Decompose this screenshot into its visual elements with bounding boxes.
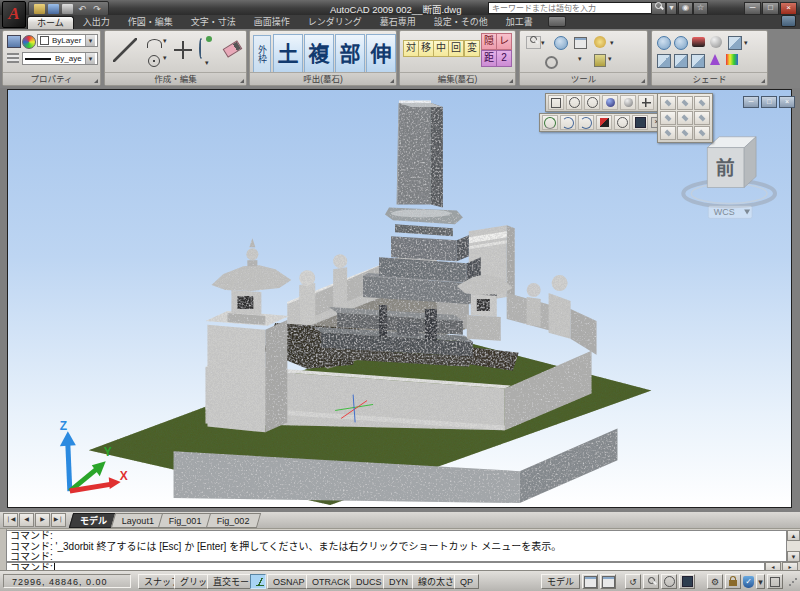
tray-dropdown-icon[interactable]: ▾ [756,574,765,589]
qp-toggle[interactable]: QP [454,574,479,589]
materials-palette-icon[interactable] [726,54,738,65]
render-icon[interactable] [692,37,705,47]
model-space-button[interactable]: モデル [541,574,580,589]
sun-status-icon[interactable] [674,54,688,68]
otrack-toggle[interactable]: OTRACK [306,574,356,589]
clean-screen-icon[interactable] [767,574,783,589]
comm-center-icon[interactable]: ◉ [678,2,693,15]
conceptual-style-icon[interactable] [620,95,636,110]
maximize-button[interactable]: □ [762,2,779,15]
chevron-down-icon[interactable]: ▾ [163,54,167,62]
edit-re-button[interactable]: レ [496,33,512,50]
trusted-dwg-icon[interactable]: ✓ [743,576,754,588]
wcs-selector[interactable]: WCS [714,207,735,217]
edit-center-button[interactable]: 中 [433,40,449,57]
free-orbit-icon[interactable] [674,36,688,50]
view-nw-iso-icon[interactable] [660,126,676,140]
dyn-toggle[interactable]: DYN [383,574,414,589]
lineweight-icon[interactable] [7,53,19,63]
drawing-canvas[interactable]: Z Y X 前 WCS [7,89,792,508]
2d-wireframe-icon[interactable] [548,95,564,110]
tab-layout1[interactable]: Layout1 [111,513,165,528]
constrained-orbit-icon[interactable] [657,36,671,50]
chevron-down-icon[interactable]: ▾ [608,55,612,63]
view-front-icon[interactable] [677,111,693,125]
infocenter-help-icon[interactable] [781,15,796,27]
orbit-icon[interactable]: ↺ [625,574,641,589]
close-button[interactable]: × [780,2,797,15]
plot-icon[interactable] [62,4,73,14]
light-glyph-icon[interactable] [657,54,671,68]
osnap-toggle[interactable]: OSNAP [267,574,311,589]
rotate-tool-icon[interactable] [199,38,203,59]
pan-orbit-icon[interactable] [554,36,568,50]
steeringwheel-icon[interactable] [661,574,677,589]
shade-mode-icon[interactable] [728,36,742,50]
close-icon[interactable]: × [779,96,795,108]
tab-io[interactable]: 入出力 [74,16,119,29]
search-input[interactable] [488,2,656,14]
tab-work-sheet[interactable]: 加工書 [497,16,542,29]
last-tab-icon[interactable]: ▶❘ [51,513,66,527]
materials-cone-icon[interactable] [710,54,720,65]
swivel-icon[interactable] [614,115,630,130]
edit-align-button[interactable]: 対 [403,40,419,57]
tab-view[interactable]: 画面操作 [245,16,299,29]
view-right-icon[interactable] [694,111,710,125]
tab-fig001[interactable]: Fig_001 [158,513,213,528]
app-menu-button[interactable]: A [2,1,26,28]
prev-tab-icon[interactable]: ◀ [19,513,34,527]
lineweight-combo[interactable]: By_aye ▾ [22,52,98,65]
edit-change-button[interactable]: 変 [464,40,480,57]
recall-earth-button[interactable]: 土 [273,34,303,74]
continuous-orbit-icon[interactable] [578,115,594,130]
arc-tool-icon[interactable] [147,39,162,48]
workspace-gear-icon[interactable]: ⚙ [707,574,723,589]
tab-tombstone[interactable]: 墓石専用 [371,16,425,29]
save-icon[interactable] [48,4,59,14]
resize-grip[interactable] [788,577,797,586]
next-tab-icon[interactable]: ▶ [35,513,50,527]
recall-extend-button[interactable]: 伸 [366,34,396,74]
layer-dialog-icon[interactable] [574,37,587,49]
edit-hide-button[interactable]: 隠 [481,33,497,50]
open-icon[interactable] [34,4,45,14]
edit-distance-button[interactable]: 距 [481,50,497,67]
chevron-down-icon[interactable]: ▾ [578,55,582,63]
camera-adjust-icon[interactable] [596,115,612,130]
showmotion-icon[interactable] [679,574,695,589]
light-tool-icon[interactable] [594,36,606,48]
layer-properties-icon[interactable] [7,35,21,48]
view-se-iso-icon[interactable] [694,96,710,110]
tab-home[interactable]: ホーム [27,16,74,29]
quick-view-layouts-icon[interactable] [582,574,598,589]
outer-frame-button[interactable]: 外枠 [253,35,271,73]
quick-view-drawings-icon[interactable] [600,574,616,589]
command-history[interactable]: コマンド: コマンド: '_3dorbit 終了するには [Esc] か [En… [6,530,787,562]
search-dropdown-icon[interactable]: ▾ [666,2,677,15]
restore-button[interactable]: □ [761,96,777,108]
view-top-icon[interactable] [677,96,693,110]
dialog-launcher-icon[interactable] [509,79,513,83]
minimize-button[interactable]: ─ [743,96,759,108]
chevron-down-icon[interactable]: ▾ [163,37,167,45]
line-tool-icon[interactable] [113,38,137,62]
dialog-launcher-icon[interactable] [240,79,244,83]
tab-draw-edit[interactable]: 作図・編集 [119,16,182,29]
recall-copy-button[interactable]: 複 [304,34,334,74]
ribbon-minimize-icon[interactable] [548,16,566,27]
dialog-launcher-icon[interactable] [761,79,765,83]
zoom-icon[interactable] [643,574,659,589]
redo-icon[interactable]: ↷ [91,4,103,14]
view-ne-iso-icon[interactable] [694,126,710,140]
dialog-launcher-icon[interactable] [94,79,98,83]
zoom-window-icon[interactable] [632,115,648,130]
view-bottom-icon[interactable] [677,126,693,140]
chevron-down-icon[interactable]: ▾ [85,35,95,46]
toolbar-lock-icon[interactable] [725,574,741,589]
recall-part-button[interactable]: 部 [335,34,365,74]
undo-icon[interactable]: ↶ [76,4,88,14]
3d-pan-icon[interactable] [638,95,654,110]
view-left-icon[interactable] [660,111,676,125]
search-icon[interactable] [651,2,666,15]
